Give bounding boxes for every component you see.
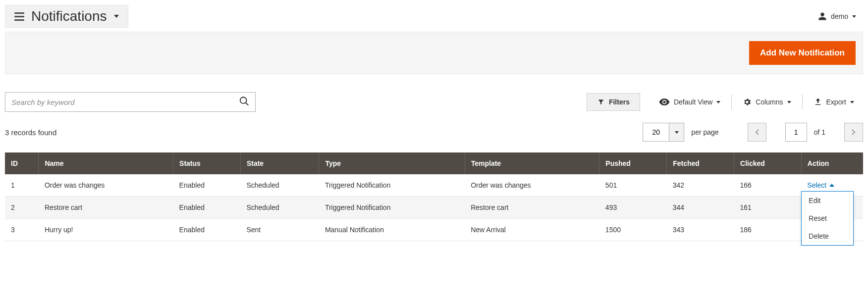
cell-state: Scheduled [240,174,319,197]
columns-label: Columns [756,98,783,106]
page-title: Notifications [31,8,107,24]
col-status[interactable]: Status [173,152,241,174]
search-icon [239,96,250,107]
cell-pushed: 501 [599,174,667,197]
default-view-label: Default View [674,98,712,106]
action-reset[interactable]: Reset [802,209,853,227]
caret-up-icon [829,184,834,187]
action-bar: Add New Notification [5,32,863,74]
cell-type: Manual Notification [319,219,465,241]
caret-down-icon [787,101,791,103]
separator [731,95,732,109]
cell-fetched: 342 [667,174,734,197]
filter-icon [597,99,605,105]
action-edit[interactable]: Edit [802,192,853,209]
cell-pushed: 1500 [599,219,667,241]
svg-point-0 [240,97,247,103]
col-id[interactable]: ID [5,152,39,174]
cell-fetched: 344 [667,197,734,219]
export-label: Export [826,98,846,106]
cell-status: Enabled [173,197,241,219]
cell-fetched: 343 [667,219,734,241]
cell-type: Triggered Notification [319,174,465,197]
cell-state: Sent [240,219,319,241]
cell-status: Enabled [173,219,241,241]
cell-clicked: 166 [734,174,802,197]
cell-template: New Arrival [465,219,599,241]
page-title-dropdown[interactable]: Notifications [5,5,128,28]
search-button[interactable] [237,94,252,110]
cell-name: Hurry up! [39,219,173,241]
current-page-input[interactable] [785,123,807,142]
svg-line-1 [246,102,249,105]
user-icon [818,12,827,21]
cell-status: Enabled [173,174,241,197]
filters-button[interactable]: Filters [587,93,640,111]
cell-id: 2 [5,197,39,219]
col-clicked[interactable]: Clicked [734,152,802,174]
export-icon [814,98,822,106]
caret-down-icon [852,15,856,18]
col-pushed[interactable]: Pushed [599,152,667,174]
cell-pushed: 493 [599,197,667,219]
caret-down-icon [114,15,119,18]
table-row[interactable]: 2Restore cartEnabledScheduledTriggered N… [5,197,863,219]
user-menu[interactable]: demo [818,12,863,21]
cell-clicked: 186 [734,219,802,241]
eye-icon [659,99,670,105]
caret-down-icon [675,131,679,134]
action-select[interactable]: Select [807,181,834,189]
gear-icon [743,98,752,106]
action-dropdown: Edit Reset Delete [801,191,854,246]
page-size-input[interactable] [643,123,669,142]
notifications-table: ID Name Status State Type Template Pushe… [5,152,863,241]
cell-template: Restore cart [465,197,599,219]
prev-page-button[interactable] [748,123,766,142]
col-template[interactable]: Template [465,152,599,174]
per-page-label: per page [691,128,718,136]
col-fetched[interactable]: Fetched [667,152,734,174]
col-name[interactable]: Name [39,152,173,174]
next-page-button[interactable] [844,123,863,142]
col-state[interactable]: State [240,152,319,174]
table-row[interactable]: 1Order was changesEnabledScheduledTrigge… [5,174,863,197]
chevron-left-icon [755,129,760,136]
table-row[interactable]: 3Hurry up!EnabledSentManual Notification… [5,219,863,241]
records-found: 3 records found [5,128,56,137]
cell-id: 1 [5,174,39,197]
chevron-right-icon [851,129,856,136]
caret-down-icon [716,101,720,103]
export-button[interactable]: Export [805,94,863,110]
cell-state: Scheduled [240,197,319,219]
action-delete[interactable]: Delete [802,227,853,245]
col-type[interactable]: Type [319,152,465,174]
cell-type: Triggered Notification [319,197,465,219]
separator [802,95,803,109]
of-total: of 1 [814,128,825,136]
cell-clicked: 161 [734,197,802,219]
add-new-notification-button[interactable]: Add New Notification [749,41,856,65]
col-action[interactable]: Action [801,152,863,174]
search-input[interactable] [5,92,256,112]
cell-id: 3 [5,219,39,241]
page-size-dropdown[interactable] [669,123,684,142]
default-view-button[interactable]: Default View [650,94,729,110]
columns-button[interactable]: Columns [734,94,800,110]
caret-down-icon [850,101,854,103]
cell-name: Restore cart [39,197,173,219]
cell-template: Order was changes [465,174,599,197]
filters-label: Filters [609,98,630,106]
hamburger-icon [14,12,24,21]
cell-name: Order was changes [39,174,173,197]
user-name: demo [831,12,848,20]
